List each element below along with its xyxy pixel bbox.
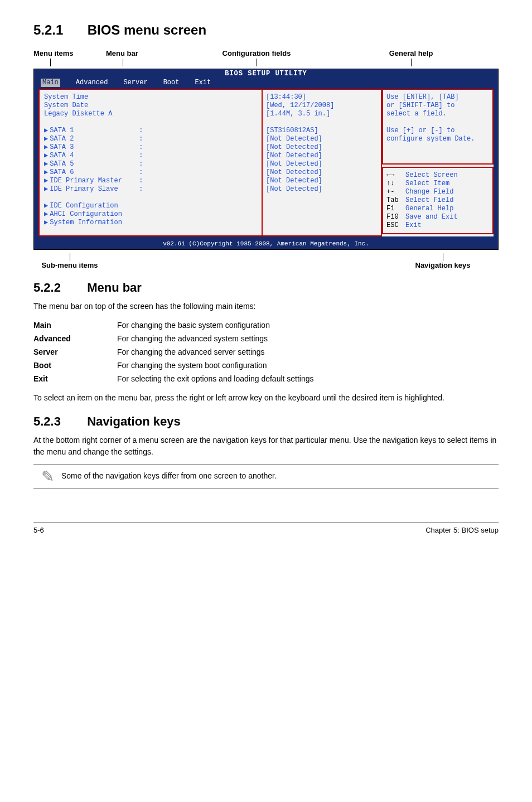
def-val: For selecting the exit options and loadi… xyxy=(117,372,320,385)
key-f1: F1 xyxy=(386,205,405,213)
item-system-time: System Time xyxy=(44,93,133,102)
defs-table: MainFor changing the basic system config… xyxy=(33,318,320,385)
val-sata1: [ST3160812AS] xyxy=(266,127,378,135)
pencil-icon: ✎ xyxy=(33,468,61,485)
val-date: [Wed, 12/17/2008] xyxy=(266,102,378,110)
def-key: Boot xyxy=(33,359,117,372)
heading-522: 5.2.2 Menu bar xyxy=(33,281,499,295)
triangle-icon: ▶ xyxy=(44,219,48,226)
triangle-icon: ▶ xyxy=(44,135,48,143)
note-row: ✎ Some of the navigation keys differ fro… xyxy=(33,464,499,489)
def-val: For changing the advanced server setting… xyxy=(117,345,320,359)
triangle-icon: ▶ xyxy=(44,177,48,185)
heading-num: 5.2.1 xyxy=(33,22,84,38)
help-l1: Use [ENTER], [TAB] xyxy=(386,93,489,102)
top-labels-row: Menu items Menu bar Configuration fields… xyxy=(33,49,499,66)
val-nd: [Not Detected] xyxy=(266,185,378,194)
label-config-fields: Configuration fields xyxy=(223,49,291,57)
help-l2: or [SHIFT-TAB] to xyxy=(386,102,489,110)
def-key: Main xyxy=(33,318,117,332)
heading-title: Menu bar xyxy=(87,281,142,294)
bios-left-pane: System Time System Date Legacy Diskette … xyxy=(38,89,263,236)
help-l3: select a field. xyxy=(386,110,489,118)
chapter-label: Chapter 5: BIOS setup xyxy=(425,526,499,534)
menubar-intro: The menu bar on top of the screen has th… xyxy=(33,301,499,312)
item-ahci-cfg: AHCI Configuration xyxy=(50,210,139,219)
item-sata2: SATA 2 xyxy=(50,135,139,143)
triangle-icon: ▶ xyxy=(44,185,48,193)
key-f10: F10 xyxy=(386,213,405,221)
triangle-icon: ▶ xyxy=(44,127,48,134)
navkeys-text: At the bottom right corner of a menu scr… xyxy=(33,434,499,457)
val-nd: [Not Detected] xyxy=(266,152,378,160)
key-tab: Tab xyxy=(386,196,405,205)
note-text: Some of the navigation keys differ from … xyxy=(61,468,499,480)
lbl-select-field: Select Field xyxy=(405,196,453,204)
def-key: Server xyxy=(33,345,117,359)
heading-num: 5.2.3 xyxy=(33,414,84,429)
def-val: For changing the advanced system setting… xyxy=(117,332,320,345)
help-l4: Use [+] or [-] to xyxy=(386,127,489,135)
menubar-exit: Exit xyxy=(195,79,211,87)
page-number: 5-6 xyxy=(33,526,44,534)
def-val: For changing the system boot configurati… xyxy=(117,359,320,372)
lbl-exit: Exit xyxy=(405,221,422,229)
triangle-icon: ▶ xyxy=(44,160,48,168)
triangle-icon: ▶ xyxy=(44,210,48,218)
item-sys-info: System Information xyxy=(50,219,139,227)
lbl-general-help: General Help xyxy=(405,205,453,212)
item-sata6: SATA 6 xyxy=(50,168,139,177)
def-key: Advanced xyxy=(33,332,117,345)
heading-title: BIOS menu screen xyxy=(88,22,206,37)
val-legacy: [1.44M, 3.5 in.] xyxy=(266,110,378,118)
val-nd: [Not Detected] xyxy=(266,160,378,168)
lbl-save-exit: Save and Exit xyxy=(405,213,458,221)
key-ud: ↑↓ xyxy=(386,180,405,188)
item-ide-pm: IDE Primary Master xyxy=(50,177,139,185)
label-submenu: Sub-menu items xyxy=(41,261,98,269)
heading-523: 5.2.3 Navigation keys xyxy=(33,414,499,429)
bios-menubar: Main Advanced Server Boot Exit xyxy=(34,78,498,89)
bios-mid-pane: [13:44:30] [Wed, 12/17/2008] [1.44M, 3.5… xyxy=(263,89,382,236)
bios-footer: v02.61 (C)Copyright 1985-2008, American … xyxy=(34,240,498,249)
heading-title: Navigation keys xyxy=(87,414,181,428)
bios-screenshot: BIOS SETUP UTILITY Main Advanced Server … xyxy=(33,69,499,250)
help-l5: configure system Date. xyxy=(386,135,489,143)
help-box-bottom: ←→Select Screen ↑↓Select Item +-Change F… xyxy=(382,167,494,234)
triangle-icon: ▶ xyxy=(44,202,48,210)
key-pm: +- xyxy=(386,188,405,196)
val-nd: [Not Detected] xyxy=(266,177,378,185)
val-nd: [Not Detected] xyxy=(266,168,378,177)
label-navkeys: Navigation keys xyxy=(415,261,471,269)
lbl-change-field: Change Field xyxy=(405,188,453,196)
def-val: For changing the basic system configurat… xyxy=(117,318,320,332)
item-ide-cfg: IDE Configuration xyxy=(50,202,139,210)
item-legacy: Legacy Diskette A xyxy=(44,110,133,118)
label-menu-items: Menu items xyxy=(33,49,74,57)
help-box-top: Use [ENTER], [TAB] or [SHIFT-TAB] to sel… xyxy=(382,89,494,165)
menubar-main: Main xyxy=(41,79,60,87)
item-sata1: SATA 1 xyxy=(50,127,139,135)
item-ide-ps: IDE Primary Slave xyxy=(50,185,139,194)
item-sata4: SATA 4 xyxy=(50,152,139,160)
menubar-boot: Boot xyxy=(163,79,180,87)
def-key: Exit xyxy=(33,372,117,385)
item-system-date: System Date xyxy=(44,102,133,110)
val-time: [13:44:30] xyxy=(266,93,378,102)
item-sata3: SATA 3 xyxy=(50,143,139,152)
bottom-labels-row: Sub-menu items Navigation keys xyxy=(33,252,499,269)
item-sata5: SATA 5 xyxy=(50,160,139,168)
menubar-advanced: Advanced xyxy=(76,79,108,87)
label-menu-bar: Menu bar xyxy=(106,49,138,57)
bios-title: BIOS SETUP UTILITY xyxy=(34,69,498,78)
triangle-icon: ▶ xyxy=(44,143,48,151)
triangle-icon: ▶ xyxy=(44,152,48,160)
lbl-select-item: Select Item xyxy=(405,180,449,187)
heading-num: 5.2.2 xyxy=(33,281,84,295)
menubar-after: To select an item on the menu bar, press… xyxy=(33,392,499,403)
bios-right-pane: Use [ENTER], [TAB] or [SHIFT-TAB] to sel… xyxy=(382,89,494,236)
lbl-select-screen: Select Screen xyxy=(405,171,458,179)
heading-521: 5.2.1 BIOS menu screen xyxy=(33,22,499,38)
key-lr: ←→ xyxy=(386,171,405,180)
page-footer: 5-6 Chapter 5: BIOS setup xyxy=(33,522,499,534)
